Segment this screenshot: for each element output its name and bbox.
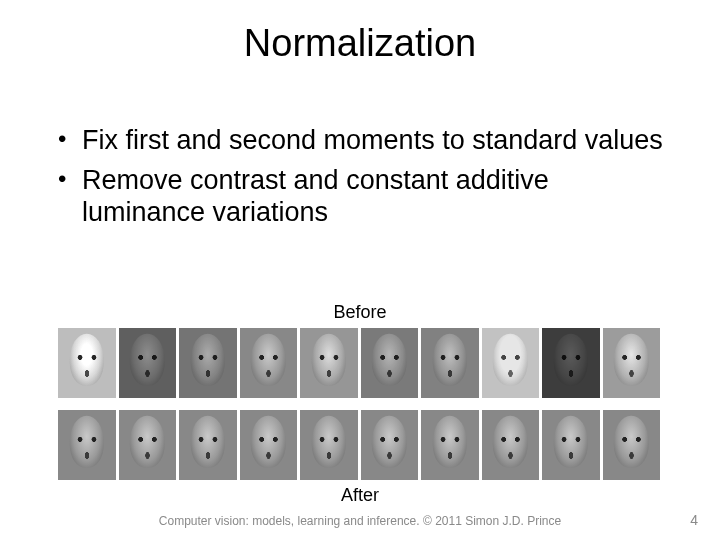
face-thumbnail [421, 410, 479, 480]
face-thumbnail [361, 410, 419, 480]
face-thumbnail [361, 328, 419, 398]
face-thumbnail [58, 410, 116, 480]
face-thumbnail [482, 410, 540, 480]
face-thumbnail [603, 410, 661, 480]
bullet-list: Fix first and second moments to standard… [58, 125, 668, 237]
face-thumbnail [603, 328, 661, 398]
face-thumbnail [482, 328, 540, 398]
face-thumbnail [300, 328, 358, 398]
label-after: After [0, 485, 720, 506]
bullet-item: Remove contrast and constant additive lu… [58, 165, 668, 229]
face-thumbnail [542, 410, 600, 480]
face-thumbnail [240, 410, 298, 480]
face-thumbnail [300, 410, 358, 480]
face-thumbnail [179, 328, 237, 398]
face-thumbnail [119, 328, 177, 398]
face-thumbnail [240, 328, 298, 398]
image-row-before [58, 328, 660, 398]
face-thumbnail [179, 410, 237, 480]
slide: Normalization Fix first and second momen… [0, 0, 720, 540]
face-thumbnail [119, 410, 177, 480]
face-thumbnail [421, 328, 479, 398]
bullet-item: Fix first and second moments to standard… [58, 125, 668, 157]
face-thumbnail [542, 328, 600, 398]
footer-citation: Computer vision: models, learning and in… [0, 514, 720, 528]
face-thumbnail [58, 328, 116, 398]
page-number: 4 [690, 512, 698, 528]
slide-title: Normalization [0, 22, 720, 65]
image-row-after [58, 410, 660, 480]
label-before: Before [0, 302, 720, 323]
